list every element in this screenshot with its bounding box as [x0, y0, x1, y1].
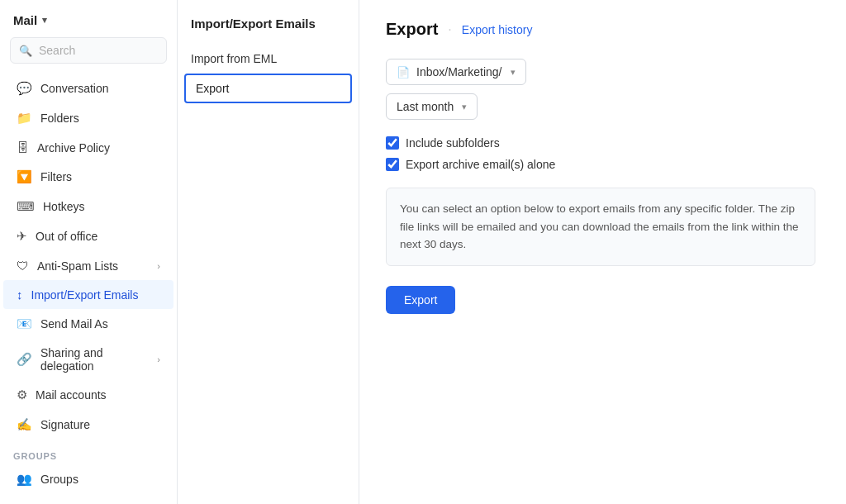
time-dropdown-caret-icon: ▾ [462, 102, 467, 112]
sidebar-item-out-of-office[interactable]: ✈ Out of office [3, 221, 173, 251]
folder-icon: 📄 [397, 66, 410, 78]
sidebar-item-conversation[interactable]: 💬 Conversation [3, 74, 173, 103]
main-content: Export · Export history 📄 Inbox/Marketin… [359, 0, 846, 504]
export-button[interactable]: Export [386, 286, 455, 314]
page-title: Export [386, 20, 438, 39]
sidebar: Mail ▾ 🔍 Search 💬 Conversation 📁 Folders… [0, 0, 178, 504]
sidebar-item-label: Groups [40, 473, 78, 486]
sidebar-navigation: 💬 Conversation 📁 Folders 🗄 Archive Polic… [0, 74, 177, 440]
export-history-link[interactable]: Export history [462, 23, 533, 36]
controls-row: 📄 Inbox/Marketing/ ▾ Last month ▾ [386, 59, 820, 120]
mail-accounts-icon: ⚙ [17, 388, 27, 402]
sidebar-item-groups[interactable]: 👥 Groups [3, 464, 173, 494]
sidebar-item-mail-accounts[interactable]: ⚙ Mail accounts [3, 380, 173, 410]
time-dropdown[interactable]: Last month ▾ [386, 93, 478, 120]
sidebar-item-hotkeys[interactable]: ⌨ Hotkeys [3, 192, 173, 221]
sidebar-item-anti-spam[interactable]: 🛡 Anti-Spam Lists › [3, 251, 173, 280]
folders-icon: 📁 [17, 111, 32, 126]
sidebar-item-label: Conversation [40, 82, 109, 95]
middle-item-export[interactable]: Export [184, 74, 352, 103]
sidebar-item-label: Signature [40, 418, 90, 431]
sidebar-item-filters[interactable]: 🔽 Filters [3, 162, 173, 192]
search-label: Search [39, 44, 75, 57]
sidebar-item-archive-policy[interactable]: 🗄 Archive Policy [3, 133, 173, 162]
sidebar-item-signature[interactable]: ✍ Signature [3, 410, 173, 440]
folder-dropdown-caret-icon: ▾ [511, 67, 516, 78]
chevron-right-icon: › [157, 261, 160, 271]
groups-section-label: GROUPS [0, 440, 177, 464]
sidebar-item-label: Out of office [36, 230, 97, 243]
time-dropdown-label: Last month [397, 100, 454, 113]
out-of-office-icon: ✈ [17, 229, 27, 244]
sidebar-title: Mail [13, 13, 37, 27]
search-box[interactable]: 🔍 Search [10, 37, 167, 64]
middle-item-import-eml[interactable]: Import from EML [178, 44, 359, 74]
export-archive-label[interactable]: Export archive email(s) alone [386, 158, 820, 171]
folder-dropdown-label: Inbox/Marketing/ [416, 65, 502, 78]
anti-spam-icon: 🛡 [17, 259, 29, 273]
search-icon: 🔍 [19, 45, 32, 57]
import-export-icon: ↕ [17, 288, 23, 302]
sidebar-item-label: Import/Export Emails [31, 288, 139, 302]
main-header: Export · Export history [386, 20, 820, 39]
export-archive-checkbox[interactable] [386, 158, 399, 171]
sidebar-item-sharing-delegation[interactable]: 🔗 Sharing and delegation › [3, 339, 173, 380]
sidebar-chevron-icon: ▾ [42, 15, 47, 26]
middle-panel: Import/Export Emails Import from EMLExpo… [178, 0, 359, 504]
groups-icon: 👥 [17, 472, 32, 487]
chevron-right-icon: › [157, 354, 160, 364]
info-text: You can select an option below to export… [400, 202, 799, 250]
signature-icon: ✍ [17, 417, 32, 432]
export-archive-text: Export archive email(s) alone [406, 158, 555, 171]
filters-icon: 🔽 [17, 169, 32, 184]
sidebar-item-label: Folders [40, 112, 79, 125]
sidebar-item-label: Anti-Spam Lists [37, 259, 118, 273]
sidebar-item-label: Hotkeys [43, 200, 85, 213]
sidebar-header[interactable]: Mail ▾ [0, 13, 177, 37]
include-subfolders-text: Include subfolders [406, 136, 500, 150]
sidebar-item-folders[interactable]: 📁 Folders [3, 103, 173, 133]
include-subfolders-label[interactable]: Include subfolders [386, 136, 820, 150]
info-box: You can select an option below to export… [386, 188, 815, 266]
sharing-delegation-icon: 🔗 [17, 352, 32, 367]
sidebar-item-import-export[interactable]: ↕ Import/Export Emails [3, 280, 173, 309]
archive-policy-icon: 🗄 [17, 140, 29, 155]
sidebar-item-label: Sharing and delegation [40, 346, 149, 373]
include-subfolders-checkbox[interactable] [386, 136, 399, 150]
sidebar-item-label: Mail accounts [36, 388, 107, 402]
sidebar-item-send-mail-as[interactable]: 📧 Send Mail As [3, 309, 173, 339]
header-separator: · [448, 22, 451, 37]
sidebar-item-label: Filters [40, 170, 72, 183]
checkbox-group: Include subfolders Export archive email(… [386, 136, 820, 171]
middle-panel-title: Import/Export Emails [178, 17, 359, 44]
send-mail-as-icon: 📧 [17, 316, 32, 331]
sidebar-item-label: Archive Policy [37, 141, 110, 155]
hotkeys-icon: ⌨ [17, 199, 35, 214]
folder-dropdown[interactable]: 📄 Inbox/Marketing/ ▾ [386, 59, 526, 85]
sidebar-item-label: Send Mail As [40, 317, 108, 330]
conversation-icon: 💬 [17, 81, 32, 96]
